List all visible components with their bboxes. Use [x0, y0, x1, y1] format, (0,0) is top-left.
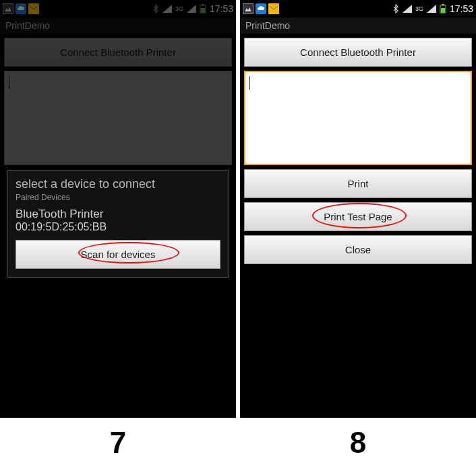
svg-rect-13: [441, 8, 445, 13]
app-title: PrintDemo: [240, 18, 476, 34]
gallery-icon: [243, 3, 254, 14]
caption-7: 7: [0, 426, 236, 460]
print-test-page-label: Print Test Page: [324, 211, 392, 222]
device-mac: 00:19:5D:25:05:BB: [16, 221, 220, 233]
clock: 17:53: [450, 3, 473, 14]
close-button[interactable]: Close: [244, 235, 472, 264]
svg-marker-10: [427, 5, 436, 13]
status-bar: 3G 17:53: [240, 0, 476, 18]
battery-icon: [440, 4, 446, 13]
bluetooth-icon: [392, 4, 399, 13]
screenshot-7: 3G 17:53 PrintDemo Connect Bluetooth Pri…: [0, 0, 236, 469]
signal-icon-2: [427, 5, 436, 13]
modal-title: select a device to connect: [16, 177, 220, 191]
phone-frame-7: 3G 17:53 PrintDemo Connect Bluetooth Pri…: [0, 0, 236, 418]
network-3g: 3G: [415, 5, 423, 12]
screenshot-8: 3G 17:53 PrintDemo Connect Bluetooth Pri…: [240, 0, 476, 469]
print-button[interactable]: Print: [244, 169, 472, 198]
cloud-icon: [256, 3, 266, 14]
status-left: [243, 3, 279, 14]
content-area: Connect Bluetooth Printer Print Print Te…: [240, 34, 476, 268]
scan-button-label: Scan for devices: [81, 249, 156, 260]
text-cursor: [249, 76, 250, 90]
modal-subtitle: Paired Devices: [16, 193, 220, 202]
paired-device-item[interactable]: BlueTooth Printer 00:19:5D:25:05:BB: [16, 208, 220, 233]
phone-frame-8: 3G 17:53 PrintDemo Connect Bluetooth Pri…: [240, 0, 476, 418]
print-text-input[interactable]: [244, 71, 472, 165]
device-name: BlueTooth Printer: [16, 208, 220, 221]
svg-marker-7: [245, 7, 251, 11]
device-select-modal: select a device to connect Paired Device…: [7, 170, 229, 278]
status-right: 3G 17:53: [392, 3, 473, 14]
svg-marker-9: [403, 5, 412, 13]
scan-for-devices-button[interactable]: Scan for devices: [16, 240, 220, 269]
caption-8: 8: [240, 426, 476, 460]
connect-bluetooth-button[interactable]: Connect Bluetooth Printer: [244, 38, 472, 67]
signal-icon: [403, 5, 412, 13]
mail-icon: [268, 3, 279, 14]
print-test-page-button[interactable]: Print Test Page: [244, 202, 472, 231]
